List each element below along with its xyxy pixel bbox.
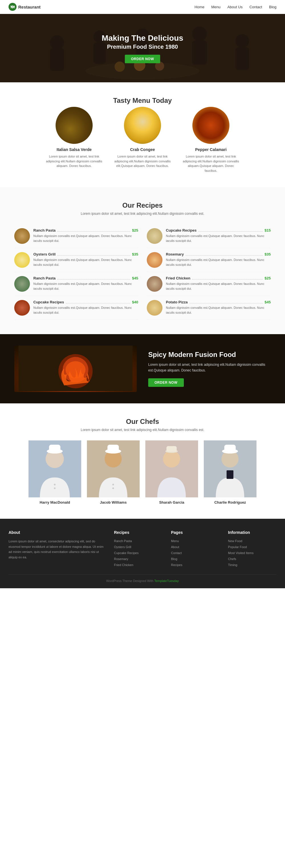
list-item: Ranch Pasta — [114, 539, 163, 543]
recipe-price: $35 — [132, 252, 138, 256]
recipes-title: Our Recipes — [8, 202, 277, 209]
recipe-item: Cupcake Recipes $15 Nullam dignissim con… — [147, 224, 271, 248]
recipe-info: Oysters Grill $35 Nullam dignissim conva… — [33, 252, 138, 268]
chef-name-3: Sharah Garcia — [145, 500, 198, 504]
recipe-img — [14, 276, 30, 292]
chefs-section: Our Chefs Lorem ipsum dolor sit amet, te… — [0, 403, 285, 519]
footer-grid: About Lorem ipsum dolor sit amet, consec… — [8, 530, 277, 568]
footer-link[interactable]: Cupcake Recipes — [114, 551, 139, 555]
recipe-price: $45 — [132, 276, 138, 280]
footer-recipes-list: Ranch Pasta Oysters Grill Cupcake Recipe… — [114, 539, 163, 567]
chef-item-3: Sharah Garcia — [145, 440, 198, 504]
navbar: 🍽 Restaurant Home Menu About Us Contact … — [0, 0, 285, 14]
recipe-desc: Nullam dignissim convallis est.Quisque a… — [166, 281, 271, 291]
list-item: Timing — [228, 563, 277, 567]
recipe-img — [147, 300, 163, 316]
menu-item-1: Italian Salsa Verde Lorem ipsum dolor si… — [46, 107, 103, 173]
recipe-img — [147, 228, 163, 244]
list-item: Recipes — [171, 563, 220, 567]
footer-link[interactable]: About — [171, 545, 179, 549]
hero-section: Making The Delicious Premium Food Since … — [0, 14, 285, 82]
footer: About Lorem ipsum dolor sit amet, consec… — [0, 519, 285, 588]
recipe-img — [14, 252, 30, 268]
recipe-img — [14, 228, 30, 244]
chef-img-4 — [204, 440, 256, 497]
menu-desc-3: Lorem ipsum dolor sit amet, test link ad… — [182, 154, 239, 173]
svg-point-29 — [112, 484, 114, 486]
recipe-info: Cupcake Recipes $40 Nullam dignissim con… — [33, 300, 138, 316]
nav-contact[interactable]: Contact — [249, 5, 262, 9]
banner-title: Spicy Modern Fusion Food — [148, 351, 271, 359]
recipe-desc: Nullam dignissim convallis est.Quisque a… — [166, 257, 271, 267]
recipe-item: Cupcake Recipes $40 Nullam dignissim con… — [14, 296, 138, 320]
svg-rect-34 — [166, 446, 177, 452]
recipe-title-row: Rosemary $35 — [166, 252, 271, 256]
tasty-menu-section: Tasty Menu Today Italian Salsa Verde Lor… — [0, 82, 285, 187]
footer-link[interactable]: Most Visited Items — [228, 551, 254, 555]
hero-cta-button[interactable]: ORDER NOW — [125, 55, 161, 63]
svg-point-23 — [54, 484, 56, 486]
menu-item-3: Pepper Calamari Lorem ipsum dolor sit am… — [182, 107, 239, 173]
footer-link[interactable]: Menu — [171, 539, 179, 543]
footer-recipes-title: Recipes — [114, 530, 163, 535]
footer-link[interactable]: Oysters Grill — [114, 545, 132, 549]
chef-name-2: Jacob Williams — [87, 500, 140, 504]
recipe-info: Cupcake Recipes $15 Nullam dignissim con… — [166, 228, 271, 244]
list-item: Oysters Grill — [114, 545, 163, 549]
footer-link[interactable]: New Food — [228, 539, 242, 543]
footer-link[interactable]: Timing — [228, 563, 237, 567]
recipe-price: $15 — [264, 228, 271, 232]
nav-blog[interactable]: Blog — [269, 5, 277, 9]
recipe-dots — [186, 252, 263, 255]
recipe-price: $45 — [264, 300, 271, 304]
svg-point-10 — [235, 34, 249, 48]
footer-link[interactable]: Fried Chicken — [114, 563, 133, 567]
logo-icon: 🍽 — [8, 3, 17, 11]
nav-menu[interactable]: Menu — [211, 5, 221, 9]
logo[interactable]: 🍽 Restaurant — [8, 3, 40, 11]
list-item: Popular Food — [228, 545, 277, 549]
footer-link[interactable]: Blog — [171, 557, 177, 561]
chef-item-2: Jacob Williams — [87, 440, 140, 504]
hero-content: Making The Delicious Premium Food Since … — [102, 33, 183, 63]
banner-desc: Lorem ipsum dolor sit amet, test link ad… — [148, 362, 271, 373]
nav-home[interactable]: Home — [194, 5, 204, 9]
list-item: Contact — [171, 551, 220, 555]
footer-link[interactable]: Rosemary — [114, 557, 128, 561]
banner-cta-button[interactable]: ORDER NOW — [148, 378, 184, 387]
recipe-item: Fried Chicken $25 Nullam dignissim conva… — [147, 272, 271, 296]
recipe-info: Ranch Pasta $25 Nullam dignissim convall… — [33, 228, 138, 244]
footer-recipes-col: Recipes Ranch Pasta Oysters Grill Cupcak… — [114, 530, 163, 568]
list-item: Chefs — [228, 557, 277, 561]
footer-credit-link[interactable]: TemplateTuesday — [154, 579, 179, 583]
recipe-dots — [192, 276, 263, 279]
footer-link[interactable]: Recipes — [171, 563, 182, 567]
chef-img-2 — [87, 440, 140, 497]
recipes-subtitle: Lorem ipsum dolor sit amet, test link ad… — [8, 212, 277, 216]
list-item: About — [171, 545, 220, 549]
footer-pages-list: Menu About Contact Blog Recipes — [171, 539, 220, 567]
recipe-info: Potato Pizza $45 Nullam dignissim conval… — [166, 300, 271, 316]
footer-pages-title: Pages — [171, 530, 220, 535]
recipe-dots — [57, 228, 130, 231]
footer-link[interactable]: Chefs — [228, 557, 236, 561]
footer-bottom-text: WordPress Theme Designed With TemplateTu… — [106, 579, 179, 583]
recipe-item: Potato Pizza $45 Nullam dignissim conval… — [147, 296, 271, 320]
nav-about[interactable]: About Us — [227, 5, 243, 9]
recipe-name: Potato Pizza — [166, 300, 188, 304]
recipe-name: Fried Chicken — [166, 276, 190, 280]
logo-text: Restaurant — [18, 5, 40, 9]
list-item: Fried Chicken — [114, 563, 163, 567]
footer-link[interactable]: Ranch Pasta — [114, 539, 132, 543]
list-item: Menu — [171, 539, 220, 543]
chef-item-1: Harry MacDonald — [28, 440, 81, 504]
chef-img-1 — [28, 440, 81, 497]
recipe-desc: Nullam dignissim convallis est.Quisque a… — [33, 257, 138, 267]
menu-name-1: Italian Salsa Verde — [46, 147, 103, 152]
footer-link[interactable]: Popular Food — [228, 545, 247, 549]
menu-desc-1: Lorem ipsum dolor sit amet, test link ad… — [46, 154, 103, 168]
footer-link[interactable]: Contact — [171, 551, 182, 555]
svg-rect-39 — [227, 470, 233, 479]
recipe-item: Rosemary $35 Nullam dignissim convallis … — [147, 248, 271, 272]
recipe-title-row: Potato Pizza $45 — [166, 300, 271, 304]
